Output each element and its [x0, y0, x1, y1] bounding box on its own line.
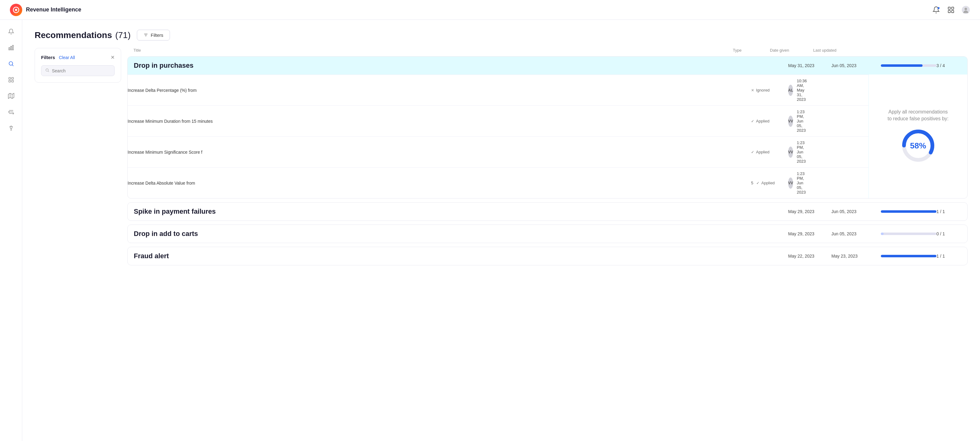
svg-rect-6	[951, 11, 954, 13]
table-area: Title Type Date given Last updated Drop …	[127, 48, 968, 269]
sub-title-4: Increase Delta Absolute Value from	[127, 181, 751, 185]
rec-fraction-drop-purchases: 3 / 4	[936, 63, 961, 68]
columns-layout: Filters Clear All ✕	[35, 48, 968, 269]
filter-close-button[interactable]: ✕	[111, 54, 115, 60]
sub-status-4: 5 ✓ Applied	[751, 181, 788, 185]
col-title: Title	[134, 48, 733, 53]
sidebar-item-settings[interactable]	[4, 105, 18, 119]
sub-title-2: Increase Minimum Duration from 15 minute…	[127, 119, 751, 124]
svg-rect-15	[11, 78, 13, 80]
filter-search-box	[41, 65, 115, 76]
status-check-icon-4: ✓	[756, 181, 759, 185]
rec-row-spike-payments: Spike in payment failures May 29, 2023 J…	[127, 202, 968, 221]
search-icon	[45, 68, 49, 73]
rec-title-spike-payments: Spike in payment failures	[134, 208, 751, 216]
sub-right-4: VV 1:23 PM, Jun05, 2023	[788, 171, 807, 195]
rec-fraction-fraud: 1 / 1	[936, 254, 961, 259]
avatar-2: VV	[788, 116, 793, 127]
svg-point-8	[964, 8, 967, 10]
rec-last-updated-spike: Jun 05, 2023	[831, 209, 881, 214]
status-text-1: Ignored	[756, 88, 770, 93]
svg-rect-11	[12, 45, 13, 50]
svg-rect-9	[9, 48, 10, 50]
col-fraction	[937, 48, 961, 53]
header-logo-group: Revenue Intelligence	[10, 4, 81, 16]
rec-row-fraud-alert: Fraud alert May 22, 2023 May 23, 2023 1 …	[127, 247, 968, 265]
rec-last-updated-carts: Jun 05, 2023	[831, 231, 881, 236]
sub-status-1: ✕ Ignored	[751, 88, 788, 93]
sidebar-item-search[interactable]	[4, 57, 18, 70]
table-header: Title Type Date given Last updated	[127, 48, 968, 56]
clear-all-button[interactable]: Clear All	[59, 55, 75, 60]
rec-row-main-spike-payments[interactable]: Spike in payment failures May 29, 2023 J…	[127, 203, 967, 220]
rec-last-updated-fraud: May 23, 2023	[831, 254, 881, 259]
svg-rect-5	[948, 11, 950, 13]
notification-bell-icon[interactable]	[932, 6, 940, 14]
status-text-2: Applied	[756, 119, 769, 123]
svg-rect-2	[938, 7, 940, 9]
svg-rect-10	[11, 46, 11, 50]
filters-button[interactable]: Filters	[137, 30, 170, 40]
rec-progress-spike	[881, 210, 936, 213]
rec-row-main-drop-purchases[interactable]: Drop in purchases May 31, 2023 Jun 05, 2…	[127, 57, 967, 75]
expanded-sub-rows: Increase Delta Percentage (%) from ✕ Ign…	[127, 75, 869, 198]
sidebar-item-bell[interactable]	[4, 25, 18, 38]
filter-panel: Filters Clear All ✕	[35, 48, 121, 83]
sidebar-item-chart[interactable]	[4, 41, 18, 54]
rec-progress-fraud	[881, 255, 936, 257]
rec-row-main-fraud[interactable]: Fraud alert May 22, 2023 May 23, 2023 1 …	[127, 247, 967, 265]
sub-row-3: Increase Minimum Significance Score f ✓ …	[127, 136, 869, 167]
rec-fraction-carts: 0 / 1	[936, 231, 961, 236]
sub-time-2: 1:23 PM, Jun05, 2023	[797, 109, 807, 133]
svg-point-12	[9, 62, 13, 65]
sidebar-item-grid[interactable]	[4, 73, 18, 86]
sub-time-4: 1:23 PM, Jun05, 2023	[797, 171, 807, 195]
rec-date-given-carts: May 29, 2023	[788, 231, 831, 236]
type-value-4: 5	[751, 181, 753, 185]
rec-progress-carts	[881, 233, 936, 235]
status-check-icon-3: ✓	[751, 150, 754, 154]
rec-title-drop-purchases: Drop in purchases	[134, 62, 751, 70]
header-actions	[932, 6, 970, 14]
rec-row-main-drop-carts[interactable]: Drop in add to carts May 29, 2023 Jun 05…	[127, 225, 967, 243]
user-avatar-icon[interactable]	[961, 6, 970, 14]
status-text-4: Applied	[761, 181, 775, 185]
sub-row-1: Increase Delta Percentage (%) from ✕ Ign…	[127, 75, 869, 105]
rec-title-fraud: Fraud alert	[134, 252, 751, 260]
svg-line-13	[12, 65, 13, 66]
sub-title-1: Increase Delta Percentage (%) from	[127, 88, 751, 93]
sub-row-2: Increase Minimum Duration from 15 minute…	[127, 105, 869, 136]
svg-rect-14	[9, 78, 11, 80]
rec-title-drop-carts: Drop in add to carts	[134, 230, 751, 238]
col-last-updated: Last updated	[813, 48, 862, 53]
grid-apps-icon[interactable]	[947, 6, 955, 14]
sub-status-2: ✓ Applied	[751, 119, 788, 123]
sub-title-3: Increase Minimum Significance Score f	[127, 150, 751, 155]
svg-rect-17	[11, 80, 13, 82]
sub-status-3: ✓ Applied	[751, 150, 788, 154]
sidebar-item-map[interactable]	[4, 89, 18, 103]
content-area: Recommendations (71) Filters Filters Cle…	[22, 20, 980, 441]
rec-date-given-fraud: May 22, 2023	[788, 254, 831, 259]
sidebar	[0, 20, 22, 441]
filter-panel-header: Filters Clear All ✕	[41, 54, 115, 60]
expanded-body: Increase Delta Percentage (%) from ✕ Ign…	[127, 75, 967, 198]
sub-time-1: 10:36 AM,May 31, 2023	[797, 78, 807, 102]
sub-right-3: VV 1:23 PM, Jun05, 2023	[788, 141, 807, 164]
col-date-given: Date given	[770, 48, 813, 53]
sub-row-4: Increase Delta Absolute Value from 5 ✓ A…	[127, 167, 869, 198]
sidebar-item-plug[interactable]	[4, 121, 18, 135]
rec-date-given-drop-purchases: May 31, 2023	[788, 63, 831, 68]
app-logo	[10, 4, 22, 16]
avatar-4: VV	[788, 177, 793, 189]
svg-line-30	[48, 71, 49, 72]
page-title: Recommendations (71)	[35, 30, 131, 40]
filter-search-input[interactable]	[52, 68, 111, 73]
col-progress	[862, 48, 937, 53]
svg-point-1	[15, 9, 17, 11]
main-layout: Recommendations (71) Filters Filters Cle…	[0, 20, 980, 441]
svg-rect-3	[948, 7, 950, 9]
expanded-side-panel: Apply all recommendations to reduce fals…	[869, 75, 967, 198]
avatar-3: VV	[788, 147, 793, 158]
sub-right-1: AL 10:36 AM,May 31, 2023	[788, 78, 807, 102]
